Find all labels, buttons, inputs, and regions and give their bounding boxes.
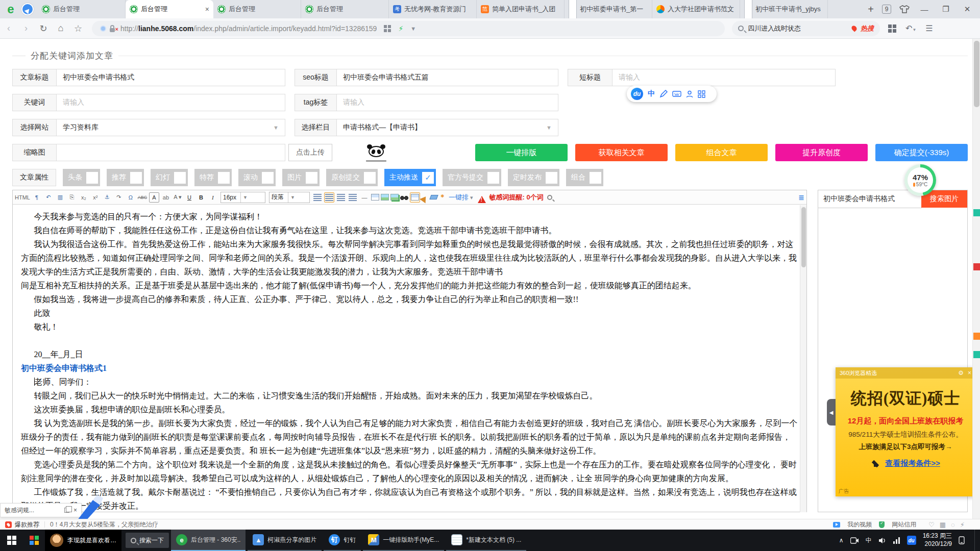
sensitive-words-popup[interactable]: 敏感词规... × — [0, 503, 82, 517]
tray-network-icon[interactable] — [893, 537, 900, 544]
tab-close-icon[interactable]: × — [205, 5, 209, 13]
field-input[interactable] — [56, 144, 285, 161]
ad-settings-gear-icon[interactable]: ⚙ — [958, 369, 964, 377]
paste-icon[interactable] — [410, 192, 420, 203]
font-size-select[interactable]: 16px▼ — [220, 192, 265, 203]
taskbar-app-5[interactable]: *新建文本文档 (5) ... — [446, 530, 526, 551]
tray-expand-caret[interactable]: ∧ — [839, 537, 844, 544]
attribute-checkbox[interactable]: ✓ — [422, 172, 434, 184]
qr-code-icon[interactable] — [384, 25, 391, 32]
article-heading[interactable]: 初中班委会申请书格式1 — [21, 361, 798, 375]
ime-pen-icon[interactable] — [659, 90, 668, 98]
paragraph-select[interactable]: 段落▼ — [269, 192, 310, 203]
taskbar-app-1[interactable]: e后台管理 - 360安.. — [171, 530, 246, 551]
align-right-icon[interactable] — [348, 192, 358, 203]
speed-mode-icon[interactable] — [100, 26, 106, 32]
action-button-1[interactable]: 一键排版 — [475, 144, 568, 161]
restore-button[interactable]: ❐ — [939, 5, 952, 14]
browser-360-logo-icon[interactable]: e — [4, 2, 17, 16]
attribute-官方号提交[interactable]: 官方号提交 — [443, 169, 501, 186]
article-paragraph[interactable]: 转眼之间，我们已从大一的快乐时光中悄悄走过。大二的来临，让习惯安逸生活的我们开始… — [21, 389, 798, 403]
browser-tab-4[interactable]: 后台管理 — [301, 0, 389, 18]
close-window-button[interactable]: ✕ — [961, 5, 974, 14]
news-widget-text[interactable]: 李现就是喜欢看… — [67, 536, 116, 545]
attribute-checkbox[interactable] — [130, 172, 142, 184]
binoculars-search-icon[interactable] — [400, 194, 408, 201]
article-paragraph[interactable]: 此致 — [21, 306, 798, 320]
browser-tab-8[interactable]: 入大学社团申请书范文 — [652, 0, 740, 18]
subscript-icon[interactable]: x₂ — [79, 192, 89, 203]
browser-tab-3[interactable]: 后台管理 — [213, 0, 301, 18]
action-button-5[interactable]: 确定提交(-339s) — [875, 144, 968, 161]
speed-bolt-icon[interactable]: ⚡ — [398, 24, 403, 33]
article-paragraph[interactable]: 敬礼！ — [21, 320, 798, 334]
onekey-layout-button[interactable]: 一键排 ▾ — [449, 193, 473, 202]
attribute-checkbox[interactable] — [174, 172, 186, 184]
taskbar-app-2[interactable]: ▲柯淑燕分享的图片 — [248, 530, 322, 551]
reopen-tab-icon[interactable]: ↶▼ — [905, 23, 916, 33]
article-paragraph[interactable]: 今天我来参与竞选的目的只有一个：方便大家，为同学谋福利！ — [21, 210, 798, 223]
field-input[interactable]: 申请书格式—【申请书】▼ — [336, 119, 558, 136]
attribute-checkbox[interactable] — [262, 172, 274, 184]
tray-volume-icon[interactable] — [878, 537, 886, 544]
statusbar-icon-1[interactable]: ♡ — [928, 521, 935, 529]
attribute-组合[interactable]: 组合 — [566, 169, 603, 186]
article-paragraph[interactable]: 我自信在师哥的帮助下，我能胜任任这份工作，正是这份自信让我有勇气站在这里，让我来… — [21, 223, 798, 237]
sensitive-words-alert[interactable]: 敏感词提醒: 0个词 — [489, 193, 544, 202]
omega-icon[interactable]: Ω — [126, 192, 136, 203]
toolbar-expand-icon[interactable]: ≣ — [798, 193, 804, 202]
ad-panel[interactable]: ◀ 360浏览器精选 ⚙ × 统招(双证)硕士 12月起，面向全国上班族在职报考… — [836, 367, 975, 496]
taskbar-clock[interactable]: 16:23 周三 2020/12/9 — [923, 532, 952, 548]
strikethrough-icon[interactable]: ABC — [137, 192, 148, 203]
nav-compass-icon[interactable] — [21, 3, 34, 15]
attribute-主动推送[interactable]: 主动推送✓ — [384, 169, 436, 186]
source-icon[interactable]: HTML — [15, 192, 30, 203]
anchor-icon[interactable]: ⚓ — [102, 192, 112, 203]
tab-count-badge[interactable]: 9 — [882, 5, 891, 14]
attribute-checkbox[interactable] — [590, 172, 601, 184]
taskbar-app-4[interactable]: M一键排版助手(MyE... — [363, 530, 444, 551]
browser-search-box[interactable]: 四川进入战时状态 热搜 — [732, 21, 880, 36]
browser-scrollbar-thumb[interactable] — [974, 41, 979, 107]
tray-video-icon[interactable] — [850, 537, 859, 544]
border-color-icon[interactable]: A — [149, 192, 159, 203]
attribute-checkbox[interactable] — [487, 172, 499, 184]
field-input[interactable]: 请输入 — [612, 69, 836, 86]
forward-button[interactable]: › — [17, 23, 35, 34]
taskbar-search-label[interactable]: 搜索一下 — [139, 536, 164, 545]
ad-close-icon[interactable]: × — [968, 369, 971, 377]
image-keyword-input[interactable]: 初中班委会申请书格式 — [818, 190, 922, 208]
attribute-图片[interactable]: 图片 — [282, 169, 320, 186]
align-justify-icon[interactable] — [312, 192, 323, 203]
article-paragraph[interactable]: 间是互相补充互相扶持的关系。正是基于班委是从基层中选出来的，他才能了解(低保申请… — [21, 279, 798, 292]
action-button-3[interactable]: 组合文章 — [675, 144, 768, 161]
align-left-icon[interactable] — [324, 192, 334, 203]
launcher-grid-icon[interactable] — [30, 536, 39, 545]
taskbar-search[interactable]: 搜索一下 — [126, 533, 169, 548]
attribute-checkbox[interactable] — [86, 172, 98, 184]
media-icon[interactable]: ▥ — [55, 192, 65, 203]
site-credit-label[interactable]: 网站信用 — [892, 520, 916, 529]
insert-doc-icon[interactable] — [371, 194, 379, 201]
attribute-原创提交[interactable]: 原创提交 — [326, 169, 378, 186]
reload-button[interactable]: ↻ — [35, 23, 52, 34]
field-input[interactable]: 学习资料库▼ — [56, 119, 285, 136]
attribute-特荐[interactable]: 特荐 — [194, 169, 232, 186]
field-input[interactable]: 请输入 — [336, 94, 558, 111]
editor-content[interactable]: 今天我来参与竞选的目的只有一个：方便大家，为同学谋福利！我自信在师哥的帮助下，我… — [13, 205, 806, 512]
ime-grid-icon[interactable] — [698, 90, 705, 98]
action-button-2[interactable]: 获取相关文章 — [575, 144, 668, 161]
attribute-推荐[interactable]: 推荐 — [107, 169, 144, 186]
ad-link-row[interactable]: 查看报考条件>> — [836, 459, 975, 468]
redo-icon[interactable]: ↷ — [114, 192, 124, 203]
superscript-icon[interactable]: x² — [90, 192, 101, 203]
article-paragraph[interactable]: 我认为我很适合这份工作。首先我热爱这份工作，能站出来为大家服务我很快乐。每次帮同… — [21, 237, 798, 279]
news-widget[interactable]: 李现就是喜欢看… — [45, 530, 121, 551]
headline-text[interactable]: 0！4月大女婴从5楼坠落，父亲拒绝治疗 — [50, 520, 158, 529]
highlight-icon[interactable]: ab — [161, 192, 171, 203]
horizontal-rule-icon[interactable]: — — [359, 192, 370, 203]
article-paragraph[interactable]: 竞选心理委员是我的第二个方向。这个职位对 我来说是一个全新的角度，这是我从未接触… — [21, 458, 798, 485]
tray-lang-indicator[interactable]: 中 — [866, 536, 872, 545]
article-paragraph[interactable]: 我 认为竞选副班长是我的第一步。副班长要为大家负责，经过一年的锻炼，我个人认为自… — [21, 416, 798, 458]
article-paragraph[interactable]: 20__年_月_日 — [21, 347, 798, 361]
